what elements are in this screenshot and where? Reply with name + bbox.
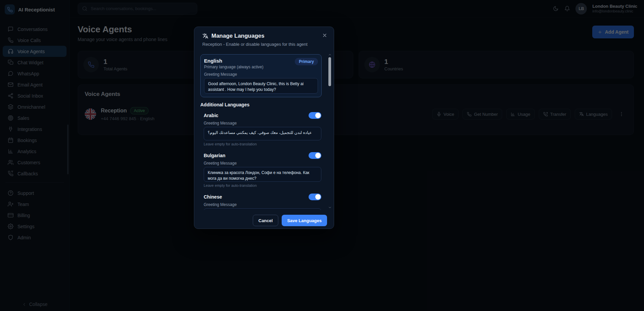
toggle-bulgarian[interactable] — [309, 152, 321, 159]
toggle-knob — [315, 153, 321, 158]
language-block-bulgarian: Bulgarian Greeting Message Клиника за кр… — [200, 152, 322, 187]
greeting-label: Greeting Message — [204, 161, 321, 166]
greeting-label: Greeting Message — [204, 72, 318, 77]
scroll-up-button[interactable] — [328, 53, 332, 57]
modal-title: Manage Languages — [211, 33, 265, 39]
modal-scroll-area[interactable]: English Primary language (always active)… — [194, 52, 334, 210]
modal-header: Manage Languages Reception - Enable or d… — [194, 27, 334, 47]
additional-languages-heading: Additional Languages — [200, 102, 322, 107]
greeting-textarea-english[interactable]: Good afternoon, London Beauty Clinic, th… — [204, 78, 318, 94]
toggle-knob — [315, 113, 321, 118]
language-name: English — [204, 58, 264, 64]
language-description: Primary language (always active) — [204, 65, 264, 69]
save-languages-button[interactable]: Save Languages — [282, 215, 327, 226]
greeting-textarea-arabic[interactable]: عياده لندن للتجميل، معك صوفي. كيف يمكنني… — [204, 127, 321, 140]
modal-subtitle: Reception - Enable or disable languages … — [202, 42, 326, 47]
modal-footer: Cancel Save Languages — [194, 210, 334, 231]
language-name: Chinese — [204, 194, 222, 200]
greeting-label: Greeting Message — [204, 202, 321, 207]
toggle-arabic[interactable] — [309, 112, 321, 119]
close-button[interactable] — [320, 31, 329, 40]
modal-scrollbar[interactable] — [328, 52, 332, 210]
primary-language-card: English Primary language (always active)… — [200, 54, 322, 97]
auto-translation-hint: Leave empty for auto-translation — [204, 183, 321, 187]
language-block-arabic: Arabic Greeting Message عياده لندن للتجم… — [200, 112, 322, 146]
greeting-textarea-bulgarian[interactable]: Клиника за красота Лондон, Софи е на тел… — [204, 167, 321, 182]
greeting-textarea-chinese[interactable]: 伦敦美容诊所，苏菲为您服务。今天我能帮您什么？ — [204, 208, 321, 210]
primary-badge: Primary — [295, 58, 318, 65]
toggle-chinese[interactable] — [309, 194, 321, 200]
greeting-label: Greeting Message — [204, 121, 321, 126]
scroll-down-button[interactable] — [328, 205, 332, 209]
translate-icon — [202, 33, 208, 39]
language-block-chinese: Chinese Greeting Message 伦敦美容诊所，苏菲为您服务。今… — [200, 194, 322, 210]
cancel-button[interactable]: Cancel — [253, 215, 279, 226]
toggle-knob — [315, 194, 321, 200]
close-icon — [322, 32, 328, 38]
manage-languages-modal: Manage Languages Reception - Enable or d… — [194, 27, 334, 229]
language-name: Arabic — [204, 113, 218, 118]
modal-scrollbar-thumb[interactable] — [328, 57, 331, 86]
language-name: Bulgarian — [204, 153, 226, 158]
auto-translation-hint: Leave empty for auto-translation — [204, 142, 321, 146]
